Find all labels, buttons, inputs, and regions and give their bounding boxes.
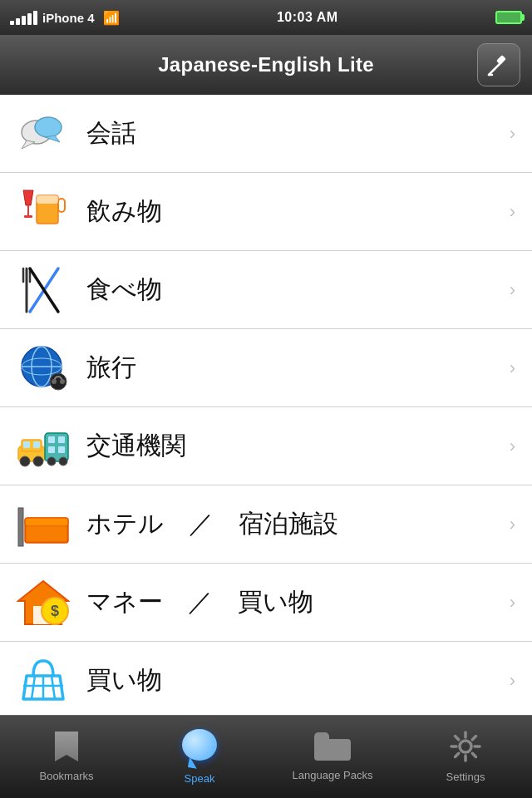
hotel-icon bbox=[17, 498, 70, 551]
tab-bookmarks[interactable]: Bookmarks bbox=[0, 716, 133, 798]
chevron-right-icon: › bbox=[510, 123, 515, 145]
svg-rect-12 bbox=[58, 199, 65, 212]
wifi-icon: 📶 bbox=[103, 10, 120, 26]
svg-rect-29 bbox=[33, 441, 40, 448]
svg-point-6 bbox=[35, 117, 62, 137]
category-list: 会話 › 飲み物 › bbox=[0, 95, 532, 770]
item-label: ホテル ／ 宿泊施設 bbox=[86, 507, 503, 541]
food-icon bbox=[17, 264, 70, 317]
chevron-right-icon: › bbox=[510, 670, 515, 692]
list-item[interactable]: 飲み物 › bbox=[0, 173, 532, 251]
list-item[interactable]: 買い物 › bbox=[0, 642, 532, 720]
svg-line-59 bbox=[472, 736, 475, 740]
list-item[interactable]: 旅行 › bbox=[0, 329, 532, 407]
chevron-right-icon: › bbox=[510, 357, 515, 379]
svg-point-25 bbox=[60, 379, 65, 384]
status-bar: iPhone 4 📶 10:03 AM bbox=[0, 0, 532, 35]
bookmarks-icon bbox=[55, 732, 78, 761]
folder-icon bbox=[314, 732, 351, 761]
money-icon: $ bbox=[17, 576, 70, 629]
svg-rect-33 bbox=[48, 436, 55, 443]
item-label: マネー ／ 買い物 bbox=[86, 585, 503, 619]
speak-icon bbox=[182, 729, 217, 764]
svg-rect-42 bbox=[27, 526, 66, 541]
svg-line-58 bbox=[472, 753, 475, 756]
svg-rect-9 bbox=[27, 205, 29, 215]
svg-line-47 bbox=[32, 676, 35, 699]
tab-bar: Bookmarks Speak Language Packs bbox=[0, 715, 532, 798]
svg-rect-36 bbox=[58, 446, 65, 453]
item-label: 買い物 bbox=[86, 663, 503, 697]
tab-label: Settings bbox=[446, 771, 485, 783]
chevron-right-icon: › bbox=[510, 514, 515, 535]
item-label: 交通機関 bbox=[86, 429, 503, 463]
svg-line-57 bbox=[456, 736, 459, 740]
pen-icon bbox=[487, 53, 510, 76]
drinks-icon bbox=[17, 185, 70, 239]
tab-label: Bookmarks bbox=[39, 770, 93, 782]
tab-language-packs[interactable]: Language Packs bbox=[266, 716, 399, 798]
signal-bars bbox=[10, 11, 37, 25]
svg-rect-28 bbox=[23, 441, 30, 448]
list-item[interactable]: $ マネー ／ 買い物 › bbox=[0, 564, 532, 642]
transport-icon bbox=[17, 420, 70, 473]
svg-rect-10 bbox=[24, 215, 32, 218]
list-item[interactable]: 交通機関 › bbox=[0, 407, 532, 485]
svg-point-31 bbox=[33, 456, 43, 466]
svg-line-49 bbox=[52, 676, 55, 699]
gear-icon bbox=[450, 731, 481, 762]
tab-label: Speak bbox=[185, 772, 215, 785]
svg-point-24 bbox=[52, 379, 57, 384]
chevron-right-icon: › bbox=[510, 279, 515, 301]
svg-point-37 bbox=[47, 457, 56, 466]
travel-icon bbox=[17, 342, 70, 395]
svg-line-60 bbox=[456, 753, 459, 756]
svg-rect-35 bbox=[48, 446, 55, 453]
item-label: 食べ物 bbox=[86, 273, 503, 307]
time-display: 10:03 AM bbox=[277, 10, 338, 25]
svg-point-52 bbox=[460, 741, 471, 752]
item-label: 会話 bbox=[86, 116, 503, 150]
svg-text:$: $ bbox=[51, 603, 59, 619]
list-item[interactable]: 食べ物 › bbox=[0, 251, 532, 329]
chevron-right-icon: › bbox=[510, 436, 515, 457]
tab-label: Language Packs bbox=[293, 769, 373, 781]
svg-marker-5 bbox=[22, 140, 35, 149]
svg-rect-34 bbox=[58, 436, 65, 443]
battery-icon bbox=[495, 11, 522, 24]
tab-speak[interactable]: Speak bbox=[133, 716, 266, 798]
header: Japanese-English Lite bbox=[0, 35, 532, 95]
app-title: Japanese-English Lite bbox=[158, 53, 374, 76]
header-action-button[interactable] bbox=[477, 43, 520, 86]
carrier-label: iPhone 4 bbox=[42, 11, 95, 25]
svg-line-2 bbox=[494, 62, 502, 70]
svg-point-30 bbox=[20, 456, 30, 466]
shopping-icon bbox=[17, 654, 70, 707]
chevron-right-icon: › bbox=[510, 201, 515, 223]
item-label: 旅行 bbox=[86, 351, 503, 385]
item-label: 飲み物 bbox=[86, 195, 503, 229]
svg-rect-39 bbox=[18, 508, 23, 546]
svg-rect-13 bbox=[37, 195, 58, 204]
conversation-icon bbox=[17, 107, 70, 160]
svg-point-38 bbox=[59, 457, 67, 466]
list-item[interactable]: 会話 › bbox=[0, 95, 532, 173]
svg-marker-8 bbox=[23, 190, 33, 205]
chevron-right-icon: › bbox=[510, 592, 515, 613]
tab-settings[interactable]: Settings bbox=[399, 716, 532, 798]
svg-rect-41 bbox=[25, 518, 68, 526]
list-item[interactable]: ホテル ／ 宿泊施設 › bbox=[0, 485, 532, 564]
